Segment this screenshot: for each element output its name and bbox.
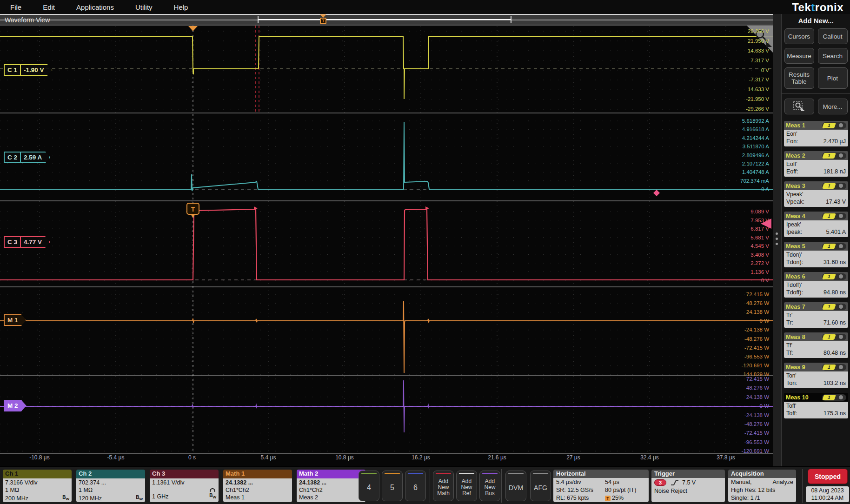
side-panel: Add New... CursorsCalloutMeasureSearchRe… xyxy=(781,14,850,466)
measurement-badge[interactable]: Meas 7 1 Tr' Tr: 71.60 ns xyxy=(784,302,848,328)
more-button[interactable]: More... xyxy=(818,99,848,114)
side-panel-button[interactable]: Measure xyxy=(784,48,814,64)
menu-item[interactable]: Utility xyxy=(135,3,153,11)
measurement-name: Meas 7 xyxy=(786,304,805,310)
ch1-handle-badge[interactable]: C 1-1.90 V xyxy=(4,64,53,76)
channel-name: Math 2 xyxy=(299,470,318,477)
zoom-select-button[interactable] xyxy=(784,99,814,114)
add-new-button[interactable]: Add New Math xyxy=(433,471,454,501)
add-new-button[interactable]: Add New Bus xyxy=(479,471,500,501)
bandwidth-setting: Meas 2 xyxy=(299,494,318,501)
measurement-badge[interactable]: Meas 8 1 Tf' Tf: 80.48 ns xyxy=(784,332,848,358)
menu-item[interactable]: Applications xyxy=(76,3,114,11)
graticule-grid xyxy=(0,27,773,452)
measurement-badge[interactable]: Meas 5 1 Tdon)' Tdon): 31.60 ns xyxy=(784,242,848,267)
channel-name: Math 1 xyxy=(226,470,245,477)
side-panel-button[interactable]: Callout xyxy=(818,28,848,44)
channel-add-button[interactable]: 6 xyxy=(405,471,426,501)
zoom-window-brackets[interactable]: T xyxy=(258,16,511,23)
measurement-value: 181.8 nJ xyxy=(823,168,846,175)
source-count: 1 xyxy=(822,183,836,189)
measurement-name: Meas 10 xyxy=(786,394,809,401)
channel-name: Ch 3 xyxy=(152,470,165,477)
meas-source-badge[interactable]: 1 xyxy=(822,334,846,340)
channel-settings-badge[interactable]: Ch 1 7.3166 V/div 1 MΩ 200 MHz BW xyxy=(3,470,72,502)
side-panel-button[interactable]: Search xyxy=(818,48,848,64)
ch3-handle-badge[interactable]: C 34.77 V xyxy=(4,236,50,248)
separator xyxy=(501,469,502,503)
add-new-button[interactable]: Add New Ref xyxy=(456,471,477,501)
function-button[interactable]: AFG xyxy=(530,471,551,501)
measurement-label: Tdoff): xyxy=(786,289,803,296)
channel-settings-badge[interactable]: Ch 3 1.1361 V/div 1 GHz BW xyxy=(150,470,219,502)
channel-settings-badge[interactable]: Math 2 24.1382 ... Ch1*Ch2 Meas 2 BW xyxy=(297,470,365,502)
menu-item[interactable]: Help xyxy=(174,3,188,11)
tab-waveform-view[interactable]: Waveform View xyxy=(5,16,50,24)
add-new-buttons: CursorsCalloutMeasureSearchResults Table… xyxy=(782,28,850,89)
settings-bar: Ch 1 7.3166 V/div 1 MΩ 200 MHz BW xyxy=(0,466,850,504)
meas-source-badge[interactable]: 1 xyxy=(822,304,846,310)
time-axis-labels: -10.8 µs-5.4 µs0 s5.4 µs10.8 µs16.2 µs21… xyxy=(1,454,764,461)
meas-source-badge[interactable]: 1 xyxy=(822,213,846,219)
panel-divider[interactable] xyxy=(773,14,781,466)
ch2-handle-badge[interactable]: C 22.59 A xyxy=(4,152,50,163)
expand-dot-icon xyxy=(839,214,843,218)
trigger-triangle-icon xyxy=(320,14,326,18)
trigger-position-icon[interactable] xyxy=(188,26,198,31)
measurement-marker[interactable] xyxy=(653,190,660,196)
run-stop-status-button[interactable]: Stopped xyxy=(808,469,848,484)
measurement-badge[interactable]: Meas 10 1 Toff' Toff: 175.3 ns xyxy=(784,393,848,418)
meas-source-badge[interactable]: 1 xyxy=(822,153,846,159)
measurement-label: Tr: xyxy=(786,319,793,326)
impedance-setting: 1 MΩ xyxy=(5,486,19,494)
menu-item[interactable]: File xyxy=(10,3,21,11)
measurement-series-label: Tr' xyxy=(786,312,846,319)
measurement-badge[interactable]: Meas 9 1 Ton' Ton: 103.2 ns xyxy=(784,363,848,388)
channel-add-button[interactable]: 5 xyxy=(382,471,403,501)
trigger-level-arrow[interactable] xyxy=(761,219,771,229)
measurement-badge[interactable]: Meas 3 1 Vpeak' Vpeak: 17.43 V xyxy=(784,181,848,207)
meas-source-badge[interactable]: 1 xyxy=(822,183,846,189)
side-panel-button[interactable]: Results Table xyxy=(784,67,814,89)
measurement-name: Meas 4 xyxy=(786,213,805,219)
channel-settings-badge[interactable]: Math 1 24.1382 ... Ch1*Ch2 Meas 1 BW xyxy=(223,470,292,502)
measurement-label: Eon: xyxy=(786,138,798,145)
measurement-badge[interactable]: Meas 2 1 Eoff' Eoff: 181.8 nJ xyxy=(784,151,848,177)
channel-add-button[interactable]: 4 xyxy=(359,471,379,501)
divider-drag-handle-icon[interactable] xyxy=(776,232,778,245)
side-panel-button[interactable]: Plot xyxy=(818,67,848,89)
datetime-display: 08 Aug 2023 11:00:24 AM xyxy=(806,486,849,502)
source-count: 1 xyxy=(822,365,836,370)
horizontal-panel[interactable]: Horizontal 5.4 µs/div 54 µs SR: 12.5 GS/… xyxy=(553,470,649,502)
side-panel-button[interactable]: Cursors xyxy=(784,28,814,44)
source-count: 1 xyxy=(822,123,836,128)
tektronix-logo: Tektronix xyxy=(792,1,843,14)
zoom-overlay-icon[interactable] xyxy=(747,26,773,53)
channel-settings-badge[interactable]: Ch 2 702.374 ... 1 MΩ 120 MHz BW xyxy=(76,470,145,502)
meas-source-badge[interactable]: 1 xyxy=(822,122,846,129)
meas-source-badge[interactable]: 1 xyxy=(822,364,846,371)
trigger-panel[interactable]: Trigger 3 7.5 V Noise Reject xyxy=(651,470,725,502)
measurement-series-label: Ipeak' xyxy=(786,221,846,228)
meas-source-badge[interactable]: 1 xyxy=(822,243,846,250)
trigger-title: Trigger xyxy=(651,470,725,478)
trigger-mode: Noise Reject xyxy=(654,487,722,495)
measurement-badge[interactable]: Meas 1 1 Eon' Eon: 2.470 µJ xyxy=(784,121,848,146)
waveform-view[interactable]: T 29.266 V21.950 V14.633 V7.317 V0 V-7.3… xyxy=(0,25,773,466)
separator xyxy=(430,469,430,503)
source-count: 1 xyxy=(822,304,836,310)
trigger-source-badge[interactable]: T xyxy=(187,203,199,218)
meas-source-badge[interactable]: 1 xyxy=(822,394,846,401)
trigger-t-icon: T xyxy=(320,18,326,24)
function-button[interactable]: DVM xyxy=(505,471,526,501)
expand-dot-icon xyxy=(839,335,843,339)
bandwidth-setting: 1 GHz xyxy=(152,493,168,500)
measurement-badge[interactable]: Meas 6 1 Tdoff)' Tdoff): 94.80 ns xyxy=(784,272,848,298)
expand-dot-icon xyxy=(839,395,843,399)
trigger-position-percent: 25% xyxy=(612,495,624,501)
menu-item[interactable]: Edit xyxy=(43,3,55,11)
meas-source-badge[interactable]: 1 xyxy=(822,273,846,280)
measurement-badge[interactable]: Meas 4 1 Ipeak' Ipeak: 5.401 A xyxy=(784,212,848,237)
acquisition-panel[interactable]: Acquisition Manual,Analyze High Res: 12 … xyxy=(728,470,796,502)
measurement-value: 80.48 ns xyxy=(823,349,846,357)
